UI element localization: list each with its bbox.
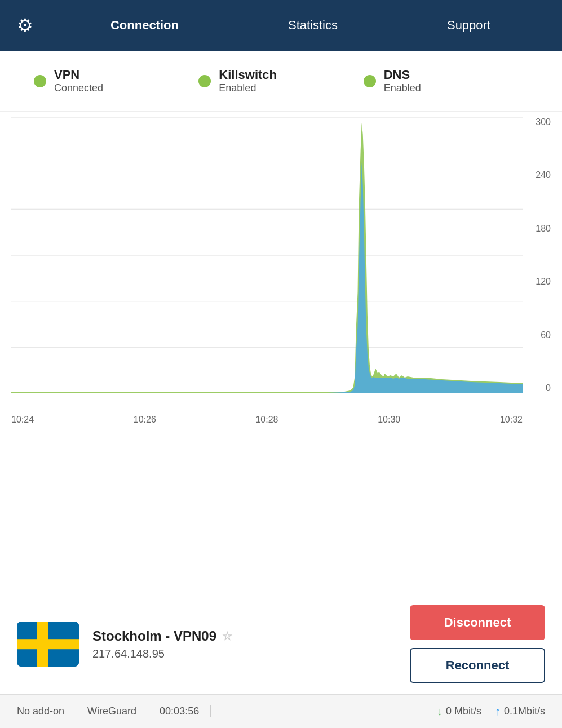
dns-value: Enabled: [384, 82, 421, 94]
x-label-1024: 10:24: [11, 415, 34, 425]
dns-status: DNS Enabled: [364, 68, 528, 94]
connection-buttons: Disconnect Reconnect: [410, 605, 545, 683]
x-label-1028: 10:28: [255, 415, 278, 425]
y-label-120: 120: [536, 277, 551, 287]
chart-wrapper: 300 240 180 120 60 0: [11, 117, 551, 410]
uptime-label: 00:03:56: [160, 705, 211, 717]
upload-speed-value: 0.1Mbit/s: [504, 705, 545, 717]
vpn-label: VPN: [54, 68, 103, 82]
upload-speed: ↑ 0.1Mbit/s: [495, 705, 545, 718]
footer: No add-on WireGuard 00:03:56 ↓ 0 Mbit/s …: [0, 694, 562, 728]
flag-background: [17, 622, 79, 667]
server-name: Stockholm - VPN09 ☆: [92, 628, 232, 644]
flag-sweden: [17, 622, 79, 667]
chart-x-axis: 10:24 10:26 10:28 10:30 10:32: [11, 410, 523, 425]
dns-label: DNS: [384, 68, 421, 82]
y-label-300: 300: [536, 117, 551, 127]
server-name-text: Stockholm - VPN09: [92, 628, 216, 644]
upload-arrow-icon: ↑: [495, 705, 501, 718]
header: ⚙ Connection Statistics Support: [0, 0, 562, 51]
y-label-240: 240: [536, 170, 551, 180]
bottom-section: Stockholm - VPN09 ☆ 217.64.148.95 Discon…: [0, 588, 562, 694]
x-label-1030: 10:30: [378, 415, 400, 425]
killswitch-dot: [198, 75, 211, 87]
protocol-label: WireGuard: [87, 705, 148, 717]
chart-svg-area: [11, 117, 523, 410]
favorite-star-icon[interactable]: ☆: [222, 629, 232, 643]
nav-support[interactable]: Support: [424, 12, 513, 38]
reconnect-button[interactable]: Reconnect: [410, 648, 545, 683]
connection-left: Stockholm - VPN09 ☆ 217.64.148.95: [17, 622, 232, 667]
nav-connection[interactable]: Connection: [88, 12, 201, 38]
header-nav: Connection Statistics Support: [56, 12, 545, 38]
footer-speeds: ↓ 0 Mbit/s ↑ 0.1Mbit/s: [437, 705, 545, 718]
disconnect-button[interactable]: Disconnect: [410, 605, 545, 640]
vpn-value: Connected: [54, 82, 103, 94]
nav-statistics[interactable]: Statistics: [265, 12, 360, 38]
connection-row: Stockholm - VPN09 ☆ 217.64.148.95 Discon…: [17, 605, 545, 683]
dns-dot: [364, 75, 376, 87]
addon-label: No add-on: [17, 705, 76, 717]
vpn-status: VPN Connected: [34, 68, 198, 94]
gear-icon[interactable]: ⚙: [17, 15, 33, 36]
y-label-60: 60: [541, 330, 551, 340]
x-label-1026: 10:26: [134, 415, 156, 425]
killswitch-label: Killswitch: [219, 68, 277, 82]
chart-svg: [11, 117, 523, 393]
y-label-180: 180: [536, 224, 551, 234]
x-label-1032: 10:32: [500, 415, 523, 425]
y-label-0: 0: [546, 383, 551, 393]
status-bar: VPN Connected Killswitch Enabled DNS Ena…: [0, 51, 562, 112]
flag-cross-vertical: [37, 622, 48, 667]
killswitch-value: Enabled: [219, 82, 277, 94]
killswitch-status: Killswitch Enabled: [198, 68, 363, 94]
download-speed-value: 0 Mbit/s: [446, 705, 481, 717]
chart-y-axis: 300 240 180 120 60 0: [523, 117, 551, 410]
connection-info: Stockholm - VPN09 ☆ 217.64.148.95: [92, 628, 232, 660]
chart-container: 300 240 180 120 60 0 10:24 10:26 10:28 1…: [0, 112, 562, 588]
vpn-dot: [34, 75, 46, 87]
download-speed: ↓ 0 Mbit/s: [437, 705, 481, 718]
download-arrow-icon: ↓: [437, 705, 442, 718]
server-ip: 217.64.148.95: [92, 647, 232, 660]
